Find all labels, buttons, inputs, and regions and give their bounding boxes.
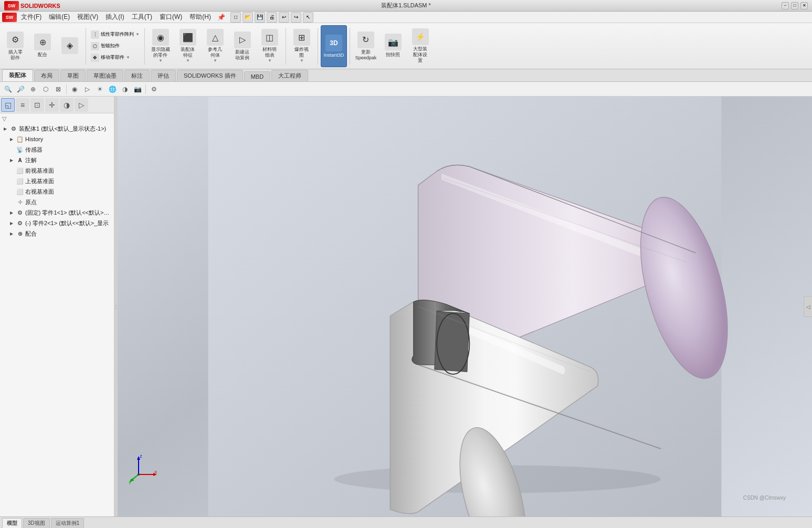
tab-evaluate[interactable]: 评估 [151, 70, 176, 81]
new-motion-label: 新建运动算例 [235, 49, 249, 61]
materials-btn[interactable]: ◫ 材料明细表 ▼ [257, 25, 283, 67]
maximize-btn[interactable]: □ [791, 2, 798, 9]
tree-item-history[interactable]: ▶ 📋 History [0, 134, 114, 144]
minimize-btn[interactable]: − [782, 2, 789, 9]
menu-edit[interactable]: 编辑(E) [46, 12, 73, 23]
smart-fastener-btn[interactable]: ⬡ 智能扣件 [89, 41, 142, 51]
tree-icon-front-plane: ⬜ [16, 166, 24, 175]
tab-annotation[interactable]: 标注 [124, 70, 150, 81]
menu-tools[interactable]: 工具(T) [129, 12, 155, 23]
tree-item-part2[interactable]: ▶ ⚙ (-) 零件2<1> (默认<<默认>_显示 [0, 218, 114, 228]
exploded-view-btn[interactable]: ⊞ 爆炸视图 ▼ [289, 25, 315, 67]
iconbar-light-btn[interactable]: ☀ [94, 83, 106, 95]
tree-item-top-plane[interactable]: ⬜ 上视基准面 [0, 176, 114, 186]
menu-file[interactable]: 文件(F) [18, 12, 45, 23]
tree-arrow-part1: ▶ [8, 209, 15, 216]
small-btn-group: ⋮ 线性零部件阵列 ▼ ⬡ 智能扣件 ✥ 移动零部件 ▼ [89, 25, 142, 67]
instant3d-btn[interactable]: 3D Instant3D [321, 25, 347, 67]
tree-icon-history: 📋 [16, 135, 24, 143]
tree-arrow-history: ▶ [8, 136, 15, 142]
tree-item-right-plane[interactable]: ⬜ 右视基准面 [0, 186, 114, 197]
insert-part-icon: ⚙ [7, 31, 24, 48]
tree-item-assembly1[interactable]: ▶ ⚙ 装配体1 (默认<默认_显示状态-1>) [0, 123, 114, 134]
iconbar-search-btn[interactable]: 🔍 [2, 83, 14, 95]
tab-engineer[interactable]: 大工程师 [271, 70, 308, 81]
assembly-features-btn[interactable]: ⬛ 装配体特征 ▼ [175, 25, 201, 67]
redo-btn[interactable]: ↪ [291, 12, 301, 23]
iconbar-scene-btn[interactable]: 🌐 [107, 83, 118, 95]
insert-part-btn[interactable]: ⚙ 插入零部件 [2, 25, 28, 67]
iconbar-appearance-btn[interactable]: ◑ [119, 83, 131, 95]
menu-help[interactable]: 帮助(H) [186, 12, 214, 23]
show-hide-btn[interactable]: ◉ 显示隐藏的零件 ▼ [147, 25, 174, 67]
assembly-features-icon: ⬛ [180, 29, 196, 46]
screenshot-btn[interactable]: 📷 拍快照 [380, 25, 406, 67]
tree-label-right-plane: 右视基准面 [25, 188, 54, 196]
smart-fastener-label: 智能扣件 [101, 43, 120, 49]
tabbar: 装配体 布局 草图 草图油墨 标注 评估 SOLIDWORKS 插件 MBD 大… [0, 69, 812, 82]
titlebar: SW SOLIDWORKS 装配体1.SLDASM * − □ ✕ [0, 0, 812, 12]
right-panel-toggle[interactable]: ◁ [804, 296, 812, 317]
mate-btn[interactable]: ⊕ 配合 [29, 25, 56, 67]
open-btn[interactable]: 📂 [242, 12, 253, 23]
new-btn[interactable]: □ [230, 12, 241, 23]
status-tab-3dview[interactable]: 3D视图 [23, 518, 50, 528]
viewport[interactable]: Z X Y CSDN @Clmswxy ◁ [118, 97, 812, 516]
linear-pattern-label: 线性零部件阵列 [101, 31, 134, 38]
assembly-features-label: 装配体特征 [181, 47, 195, 58]
update-speedpak-btn[interactable]: ↻ 更新Speedpak [353, 25, 379, 67]
tree-icon-annotation: A [16, 156, 24, 164]
tab-sketch[interactable]: 草图 [60, 70, 86, 81]
update-speedpak-label: 更新Speedpak [355, 49, 377, 61]
filter-icon: ▽ [2, 115, 6, 122]
assembly-btn[interactable]: ◈ [57, 25, 83, 67]
sw-logo: SW SOLIDWORKS [4, 1, 60, 10]
tree-item-origin[interactable]: ✛ 原点 [0, 197, 114, 207]
iconbar-style-btn[interactable]: ▷ [81, 83, 93, 95]
menu-view[interactable]: 视图(V) [74, 12, 101, 23]
print-btn[interactable]: 🖨 [267, 12, 277, 23]
panel-tab-plus[interactable]: ✛ [45, 98, 59, 112]
tab-sketch-ink[interactable]: 草图油墨 [87, 70, 123, 81]
reference-geo-btn[interactable]: △ 参考几何体 ▼ [202, 25, 228, 67]
panel-tab-feature[interactable]: ◱ [1, 98, 15, 112]
large-assembly-btn[interactable]: ⚡ 大型装配体设置 [407, 25, 434, 67]
menu-window[interactable]: 窗口(W) [156, 12, 185, 23]
assembly-icon: ◈ [61, 37, 78, 54]
iconbar-search2-btn[interactable]: 🔎 [15, 83, 26, 95]
iconbar-camera-btn[interactable]: 📷 [132, 83, 143, 95]
tab-solidworks-plugins[interactable]: SOLIDWORKS 插件 [177, 70, 243, 81]
close-btn[interactable]: ✕ [800, 2, 808, 9]
panel-tab-more[interactable]: ▷ [75, 98, 88, 112]
new-motion-btn[interactable]: ▷ 新建运动算例 [229, 25, 256, 67]
linear-pattern-btn[interactable]: ⋮ 线性零部件阵列 ▼ [89, 29, 142, 40]
tree-item-sensor[interactable]: 📡 传感器 [0, 144, 114, 155]
tree-icon-assembly1: ⚙ [9, 124, 18, 133]
pin-icon[interactable]: 📌 [217, 14, 225, 21]
tree-item-annotation[interactable]: ▶ A 注解 [0, 155, 114, 165]
left-panel: ◱ ≡ ⊡ ✛ ◑ ▷ ▽ ▶ ⚙ 装配体1 (默认<默认_显示状态-1>) ▶… [0, 97, 114, 516]
panel-tab-property[interactable]: ≡ [16, 98, 29, 112]
iconbar-settings-btn[interactable]: ⚙ [148, 83, 160, 95]
tab-layout[interactable]: 布局 [34, 70, 59, 81]
panel-tab-appearance[interactable]: ◑ [60, 98, 73, 112]
iconbar-filter-btn[interactable]: ⊕ [27, 83, 39, 95]
tab-assembly[interactable]: 装配体 [2, 69, 33, 81]
save-btn[interactable]: 💾 [255, 12, 265, 23]
tab-mbd[interactable]: MBD [244, 71, 270, 81]
undo-btn[interactable]: ↩ [279, 12, 289, 23]
iconbar-view2-btn[interactable]: ⊠ [52, 83, 64, 95]
tree-item-front-plane[interactable]: ⬜ 前视基准面 [0, 165, 114, 176]
panel-tab-config[interactable]: ⊡ [30, 98, 44, 112]
mate-icon: ⊕ [34, 34, 51, 50]
iconbar-display-btn[interactable]: ◉ [69, 83, 80, 95]
menu-insert[interactable]: 插入(I) [102, 12, 127, 23]
tree-item-part1[interactable]: ▶ ⚙ (固定) 零件1<1> (默认<<默认>_显 [0, 207, 114, 218]
move-component-btn[interactable]: ✥ 移动零部件 ▼ [89, 52, 142, 63]
iconbar-view3d-btn[interactable]: ⬡ [40, 83, 51, 95]
status-tab-motion[interactable]: 运动算例1 [51, 518, 85, 528]
status-tab-model[interactable]: 模型 [2, 518, 22, 528]
cursor-btn[interactable]: ↖ [303, 12, 313, 23]
tree-icon-part2: ⚙ [16, 219, 24, 227]
tree-item-mate[interactable]: ▶ ⊕ 配合 [0, 228, 114, 239]
